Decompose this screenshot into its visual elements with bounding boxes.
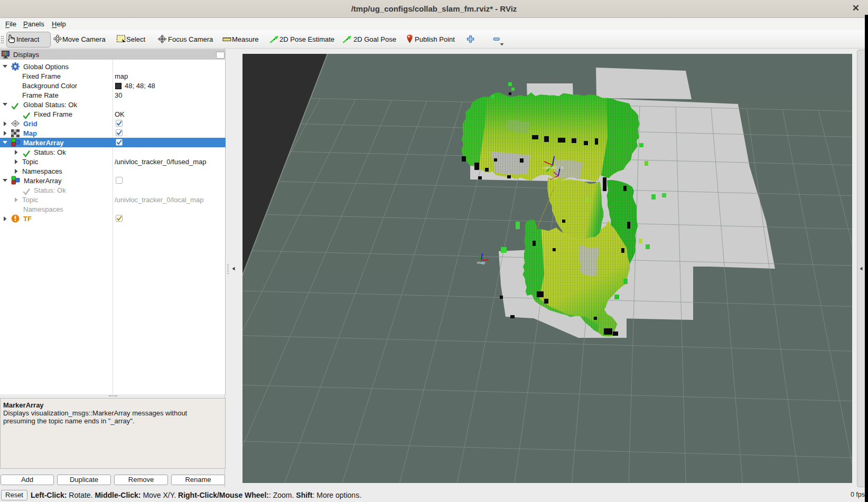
svg-text:base: base <box>550 176 558 180</box>
svg-text:camera0_link: camera0_link <box>543 166 564 170</box>
svg-text:map: map <box>477 260 486 265</box>
